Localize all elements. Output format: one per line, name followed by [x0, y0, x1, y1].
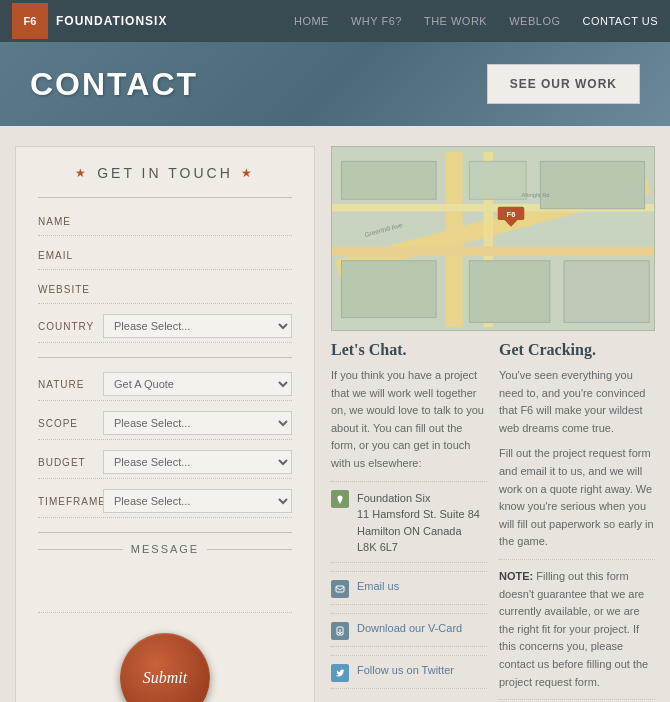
scope-select[interactable]: Please Select... [103, 411, 292, 435]
form-title: ★ GET IN TOUCH ★ [38, 165, 292, 181]
hero-section: CONTACT SEE OUR WORK [0, 42, 670, 126]
timeframe-label: TIMEFRAME [38, 496, 103, 507]
cracking-divider2 [499, 699, 655, 700]
content-wrapper: ★ GET IN TOUCH ★ NAME EMAIL WEBSITE [15, 146, 655, 702]
nav-weblog[interactable]: WEBLOG [509, 15, 560, 27]
svg-rect-7 [341, 261, 436, 318]
get-cracking-heading: Get Cracking. [499, 341, 655, 359]
svg-rect-2 [446, 152, 463, 327]
website-field-row: WEBSITE [38, 276, 292, 304]
budget-select[interactable]: Please Select... [103, 450, 292, 474]
name-field-row: NAME [38, 208, 292, 236]
address-item: Foundation Six 11 Hamsford St. Suite 84 … [331, 490, 487, 563]
nav-home[interactable]: HOME [294, 15, 329, 27]
scope-label: SCOPE [38, 418, 103, 429]
twitter-link[interactable]: Follow us on Twitter [357, 664, 454, 676]
svg-rect-19 [336, 586, 344, 592]
star-right: ★ [241, 166, 255, 180]
scope-field-row: SCOPE Please Select... [38, 407, 292, 440]
vcard-link[interactable]: Download our V-Card [357, 622, 462, 634]
svg-text:Albright Rd: Albright Rd [521, 192, 549, 198]
lets-chat-body: If you think you have a project that we … [331, 367, 487, 473]
right-panel: Greenhill Ave Albright Rd F6 Let's Chat.… [331, 146, 655, 702]
timeframe-field-row: TIMEFRAME Please Select... [38, 485, 292, 518]
twitter-icon [331, 664, 349, 682]
divider-3 [331, 613, 487, 614]
website-label: WEBSITE [38, 284, 103, 295]
email-item: Email us [331, 580, 487, 605]
vcard-item: Download our V-Card [331, 622, 487, 647]
get-cracking-col: Get Cracking. You've seen everything you… [499, 341, 655, 702]
map-pin-icon [331, 490, 349, 508]
address-text: Foundation Six 11 Hamsford St. Suite 84 … [357, 490, 480, 556]
nav-contact-us[interactable]: CONTACT US [583, 15, 659, 27]
svg-text:F6: F6 [507, 210, 516, 219]
msg-line-right [207, 549, 292, 550]
submit-button[interactable]: Submit [120, 633, 210, 702]
timeframe-select[interactable]: Please Select... [103, 489, 292, 513]
svg-marker-18 [338, 500, 342, 504]
nature-field-row: NATURE Get A Quote [38, 368, 292, 401]
svg-rect-9 [540, 161, 644, 208]
website-input[interactable] [103, 280, 292, 299]
submit-container: Submit [38, 633, 292, 702]
header: F6 FOUNDATIONSIX HOME WHY F6? THE WORK W… [0, 0, 670, 42]
map: Greenhill Ave Albright Rd F6 [331, 146, 655, 331]
svg-rect-8 [469, 161, 526, 199]
lets-chat-col: Let's Chat. If you think you have a proj… [331, 341, 487, 702]
map-svg: Greenhill Ave Albright Rd F6 [332, 147, 654, 331]
cracking-divider [499, 559, 655, 560]
section-divider [38, 357, 292, 358]
cracking-note: NOTE: Filling out this form doesn't guar… [499, 568, 655, 691]
main-content: ★ GET IN TOUCH ★ NAME EMAIL WEBSITE [0, 126, 670, 702]
nav-the-work[interactable]: THE WORK [424, 15, 487, 27]
svg-rect-10 [469, 261, 550, 323]
divider-2 [331, 571, 487, 572]
msg-line-left [38, 549, 123, 550]
budget-label: BUDGET [38, 457, 103, 468]
message-title: MESSAGE [38, 543, 292, 555]
message-divider-top [38, 532, 292, 533]
main-nav: HOME WHY F6? THE WORK WEBLOG CONTACT US [294, 15, 658, 27]
download-icon [331, 622, 349, 640]
svg-rect-4 [332, 247, 654, 256]
email-icon [331, 580, 349, 598]
message-textarea[interactable] [38, 563, 292, 613]
divider-4 [331, 655, 487, 656]
star-left: ★ [75, 166, 89, 180]
see-our-work-button[interactable]: SEE OUR WORK [487, 64, 640, 104]
budget-field-row: BUDGET Please Select... [38, 446, 292, 479]
svg-rect-11 [564, 261, 649, 323]
nav-why-f6[interactable]: WHY F6? [351, 15, 402, 27]
country-label: COUNTRY [38, 321, 103, 332]
get-cracking-body2: Fill out the project request form and em… [499, 445, 655, 551]
email-link[interactable]: Email us [357, 580, 399, 592]
country-field-row: COUNTRY Please Select... [38, 310, 292, 343]
logo-text: FOUNDATIONSIX [56, 14, 167, 28]
svg-point-17 [338, 495, 343, 500]
contact-form-panel: ★ GET IN TOUCH ★ NAME EMAIL WEBSITE [15, 146, 315, 702]
twitter-item: Follow us on Twitter [331, 664, 487, 689]
logo-icon: F6 [12, 3, 48, 39]
name-input[interactable] [103, 212, 292, 231]
name-label: NAME [38, 216, 103, 227]
get-cracking-body1: You've seen everything you need to, and … [499, 367, 655, 437]
info-row: Let's Chat. If you think you have a proj… [331, 341, 655, 702]
divider [38, 197, 292, 198]
country-select[interactable]: Please Select... [103, 314, 292, 338]
chat-divider [331, 481, 487, 482]
email-input[interactable] [103, 246, 292, 265]
svg-rect-6 [341, 161, 436, 199]
lets-chat-heading: Let's Chat. [331, 341, 487, 359]
page-title: CONTACT [30, 66, 198, 103]
nature-select[interactable]: Get A Quote [103, 372, 292, 396]
email-label: EMAIL [38, 250, 103, 261]
email-field-row: EMAIL [38, 242, 292, 270]
nature-label: NATURE [38, 379, 103, 390]
